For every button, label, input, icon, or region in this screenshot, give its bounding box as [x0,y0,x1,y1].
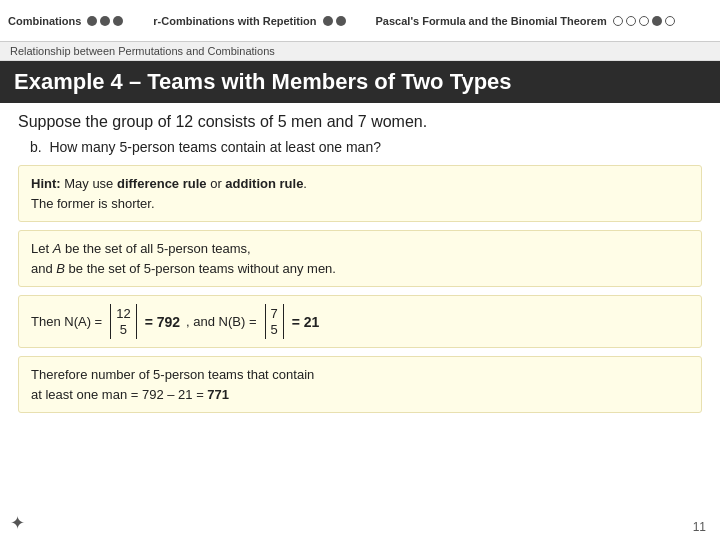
dot-r1 [323,16,333,26]
arrow-left-icon[interactable]: ✦ [10,512,25,534]
dot-p2 [626,16,636,26]
top-nav: Combinations r-Combinations with Repetit… [0,0,720,42]
conclusion-line1: Therefore number of 5-person teams that … [31,365,689,385]
hint-line-2: The former is shorter. [31,194,689,214]
conclusion-box: Therefore number of 5-person teams that … [18,356,702,413]
binom1-top: 12 [116,306,130,322]
dot-p4 [652,16,662,26]
nav-label-pascal: Pascal's Formula and the Binomial Theore… [376,15,607,27]
dot-p5 [665,16,675,26]
subtitle: Suppose the group of 12 consists of 5 me… [18,113,702,131]
formula-separator: , and N(B) = [186,314,256,329]
dot-p1 [613,16,623,26]
let-a-line: Let A be the set of all 5-person teams, [31,239,689,259]
nav-section-combinations[interactable]: Combinations [8,15,123,27]
sub-point: b. How many 5-person teams contain at le… [30,139,702,155]
page-number: 11 [693,520,706,534]
main-title: Example 4 – Teams with Members of Two Ty… [0,61,720,103]
conclusion-line2: at least one man = 792 – 21 = 771 [31,385,689,405]
content-area: Suppose the group of 12 consists of 5 me… [0,103,720,431]
binom2: 7 5 [265,304,284,339]
let-ab-box: Let A be the set of all 5-person teams, … [18,230,702,287]
dot-3 [113,16,123,26]
dot-p3 [639,16,649,26]
breadcrumb: Relationship between Permutations and Co… [0,42,720,61]
dot-2 [100,16,110,26]
nav-dots-combinations [87,16,123,26]
let-b-line: and B be the set of 5-person teams witho… [31,259,689,279]
hint-box: Hint: May use difference rule or additio… [18,165,702,222]
nav-dots-pascal [613,16,675,26]
dot-1 [87,16,97,26]
nav-label-combinations: Combinations [8,15,81,27]
formula-equals2: = 21 [292,314,320,330]
hint-line-1: Hint: May use difference rule or additio… [31,174,689,194]
nav-label-rcombinations: r-Combinations with Repetition [153,15,316,27]
binom2-bottom: 5 [271,322,278,338]
formula-equals1: = 792 [145,314,180,330]
nav-dots-rcombinations [323,16,346,26]
dot-r2 [336,16,346,26]
formula-row: Then N(A) = 12 5 = 792 , and N(B) = 7 5 … [18,295,702,348]
binom2-top: 7 [271,306,278,322]
formula-prefix: Then N(A) = [31,314,102,329]
binom1: 12 5 [110,304,136,339]
nav-section-rcombinations[interactable]: r-Combinations with Repetition [153,15,345,27]
conclusion-bold: 771 [207,387,229,402]
nav-section-pascal[interactable]: Pascal's Formula and the Binomial Theore… [376,15,675,27]
binom1-bottom: 5 [120,322,127,338]
